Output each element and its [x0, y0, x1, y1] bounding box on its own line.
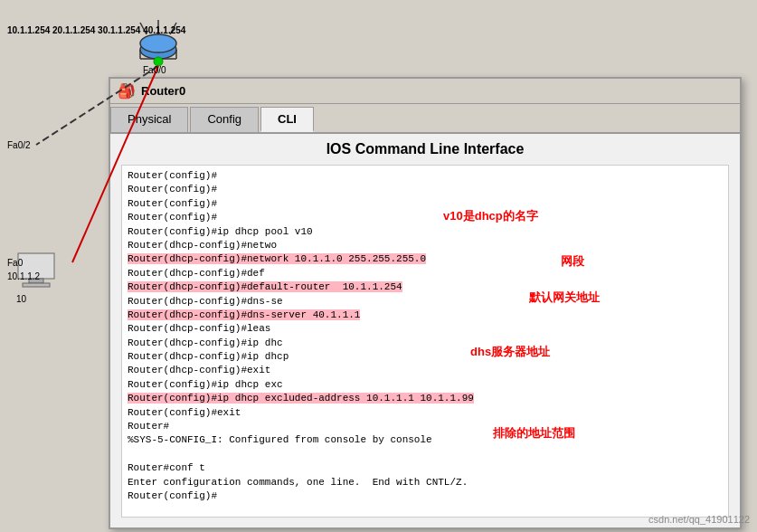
fa02-label: Fa0/2 — [7, 140, 31, 150]
watermark-text: csdn.net/qq_41901122 — [648, 514, 750, 525]
panel-title: Router0 — [141, 84, 185, 98]
ann2-text: 网段 — [561, 254, 584, 268]
terminal-line: Router(config)# — [128, 489, 723, 503]
terminal-line: Router(config)# — [128, 211, 723, 224]
terminal-line — [128, 448, 723, 461]
terminal-line: Router(config)#ip dhcp excluded-address … — [128, 392, 723, 405]
terminal-line: Router(dhcp-config)#default-router 10.1.… — [128, 280, 723, 294]
terminal-line: Router(config)# — [128, 169, 723, 183]
annotation-default-gateway: 默认网关地址 — [529, 290, 600, 306]
annotation-dhcp-name: v10是dhcp的名字 — [443, 208, 538, 224]
terminal-line: Router(dhcp-config)#leas — [128, 322, 723, 336]
router-panel: 🎒 Router0 Physical Config CLI IOS Comman… — [109, 77, 742, 529]
num10-label: 10 — [16, 294, 26, 304]
terminal-line: Router(config)#exit — [128, 406, 723, 420]
tab-cli[interactable]: CLI — [260, 107, 314, 132]
panel-title-bar: 🎒 Router0 — [110, 79, 740, 104]
fa02-text: Fa0/2 — [7, 140, 31, 150]
terminal-line: Router(config)#ip dhcp pool v10 — [128, 225, 723, 239]
terminal-line: Router(dhcp-config)#def — [128, 267, 723, 280]
terminal-line: Router#conf t — [128, 461, 723, 475]
ip-label-row: 10.1.1.254 20.1.1.254 30.1.1.254 40.1.1.… — [7, 25, 185, 35]
ip-addresses: 10.1.1.254 20.1.1.254 30.1.1.254 40.1.1.… — [7, 25, 185, 35]
terminal-line: Router# — [128, 420, 723, 433]
ip-101-text: 10.1.1.2 — [7, 271, 40, 281]
terminal[interactable]: Router(config)#Router(config)#Router(con… — [121, 165, 729, 518]
terminal-line: Router(dhcp-config)#ip dhc — [128, 337, 723, 350]
terminal-line: Router(config)# — [128, 183, 723, 196]
fa0-text: Fa0 — [7, 258, 23, 268]
cli-title: IOS Command Line Interface — [121, 141, 729, 157]
terminal-line: Router(dhcp-config)#network 10.1.1.0 255… — [128, 252, 723, 266]
annotation-network: 网段 — [561, 253, 584, 270]
terminal-line: Router(dhcp-config)#ip dhcp — [128, 350, 723, 364]
terminal-line: Router(dhcp-config)#dns-se — [128, 295, 723, 309]
terminal-line: Router(dhcp-config)#dns-server 40.1.1.1 — [128, 309, 723, 322]
ip-101-label: 10.1.1.2 — [7, 271, 40, 281]
terminal-line: %SYS-5-CONFIG_I: Configured from console… — [128, 433, 723, 447]
num10-text: 10 — [16, 294, 26, 304]
annotation-excluded-range: 排除的地址范围 — [493, 425, 575, 442]
terminal-line: Router(config)# — [128, 197, 723, 211]
fa00-text: Fa0/0 — [143, 65, 166, 75]
fa0-label: Fa0 — [7, 258, 23, 268]
terminal-line: Router(dhcp-config)#netwo — [128, 239, 723, 252]
ann4-text: dhs服务器地址 — [470, 345, 550, 358]
terminal-line: Router(config)#ip dhcp exc — [128, 378, 723, 392]
router-panel-icon: 🎒 — [118, 82, 136, 100]
annotation-dns-server: dhs服务器地址 — [470, 344, 550, 360]
tab-bar: Physical Config CLI — [110, 104, 740, 134]
terminal-line: Router(dhcp-config)#exit — [128, 364, 723, 377]
ann1-text: v10是dhcp的名字 — [443, 209, 538, 223]
ann3-text: 默认网关地址 — [529, 290, 600, 304]
terminal-line: Enter configuration commands, one line. … — [128, 476, 723, 489]
tab-physical[interactable]: Physical — [110, 107, 188, 132]
watermark: csdn.net/qq_41901122 — [648, 514, 750, 525]
ann5-text: 排除的地址范围 — [493, 426, 575, 440]
tab-config[interactable]: Config — [190, 107, 259, 132]
fa00-label: Fa0/0 — [143, 65, 166, 75]
cli-area: IOS Command Line Interface Router(config… — [110, 134, 740, 525]
